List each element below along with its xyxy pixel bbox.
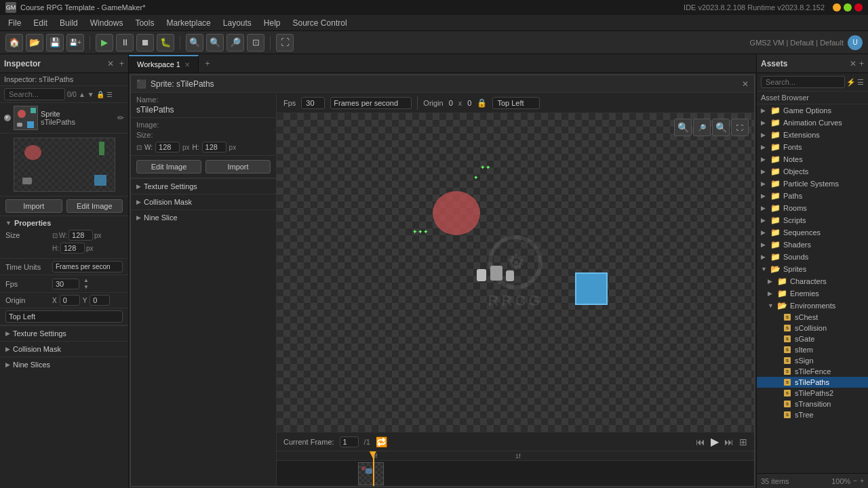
- tree-sSign[interactable]: ▶ s sSign: [757, 355, 868, 366]
- sprite-collapse-btn[interactable]: ▼: [4, 115, 11, 121]
- toolbar-run[interactable]: ▶: [96, 34, 113, 52]
- tree-sequences[interactable]: ▶ 📁 Sequences: [757, 226, 868, 239]
- toolbar-save[interactable]: 💾: [46, 34, 64, 52]
- tree-sGate[interactable]: ▶ s sGate: [757, 333, 868, 344]
- menu-tools[interactable]: Tools: [130, 17, 159, 29]
- se-anchor-select[interactable]: Top Left: [492, 97, 540, 109]
- workspace-tab[interactable]: Workspace 1 ✕: [129, 55, 199, 73]
- origin-preset-select[interactable]: Top Left: [5, 310, 123, 323]
- toolbar-pause[interactable]: ⏸: [116, 34, 134, 52]
- zoom-in-btn[interactable]: 🔍: [712, 119, 730, 136]
- zoom-fit-btn[interactable]: 🔎: [693, 119, 711, 136]
- toolbar-open[interactable]: 📂: [26, 34, 43, 52]
- tree-extensions[interactable]: ▶ 📁 Extensions: [757, 129, 868, 141]
- tree-enemies[interactable]: ▶ 📁 Enemies: [757, 287, 868, 300]
- se-import-btn[interactable]: Import: [205, 160, 271, 174]
- add-tab-btn[interactable]: +: [199, 55, 216, 73]
- menu-edit[interactable]: Edit: [28, 17, 53, 29]
- toolbar-save-all[interactable]: 💾+: [66, 34, 84, 52]
- menu-marketplace[interactable]: Marketplace: [161, 17, 216, 29]
- close-btn[interactable]: [854, 3, 863, 12]
- menu-build[interactable]: Build: [54, 17, 83, 29]
- menu-windows[interactable]: Windows: [85, 17, 129, 29]
- texture-settings-header[interactable]: ▶ Texture Settings: [0, 326, 128, 341]
- toolbar-zoom-out[interactable]: 🔍: [186, 34, 203, 52]
- user-avatar[interactable]: U: [848, 35, 863, 50]
- current-frame-input[interactable]: [340, 436, 359, 447]
- sprite-window-close[interactable]: ✕: [742, 79, 749, 89]
- toolbar-zoom-reset[interactable]: 🔎: [226, 34, 244, 52]
- fps-input[interactable]: [52, 279, 79, 289]
- tree-sTileFence[interactable]: ▶ s sTileFence: [757, 366, 868, 377]
- search-up-btn[interactable]: ▲: [79, 91, 85, 98]
- se-size-w[interactable]: [155, 142, 180, 152]
- search-settings-btn[interactable]: ☰: [106, 91, 113, 98]
- inspector-add-btn[interactable]: +: [119, 59, 124, 68]
- tree-game-options[interactable]: ▶ 📁 Game Options: [757, 104, 868, 117]
- inspector-search[interactable]: [4, 88, 65, 100]
- assets-close-btn[interactable]: ✕: [850, 59, 856, 68]
- se-size-h[interactable]: [202, 142, 226, 152]
- toolbar-home[interactable]: 🏠: [5, 34, 23, 52]
- toolbar-fullscreen[interactable]: ⛶: [276, 34, 294, 52]
- maximize-btn[interactable]: [844, 3, 852, 12]
- tree-sTilePaths[interactable]: ▶ s sTilePaths: [757, 377, 868, 388]
- asset-zoom-out-btn[interactable]: −: [853, 477, 857, 485]
- tree-sCollision[interactable]: ▶ s sCollision: [757, 323, 868, 333]
- zoom-fullscreen-btn[interactable]: ⛶: [731, 119, 749, 136]
- assets-filter-btn[interactable]: ⚡: [846, 78, 856, 87]
- tree-sTransition[interactable]: ▶ s sTransition: [757, 399, 868, 409]
- tl-play-btn[interactable]: ▶: [711, 435, 719, 448]
- loop-icon[interactable]: 🔁: [376, 436, 387, 447]
- tree-scripts[interactable]: ▶ 📁 Scripts: [757, 214, 868, 226]
- minimize-btn[interactable]: [833, 3, 841, 12]
- tree-sounds[interactable]: ▶ 📁 Sounds: [757, 251, 868, 263]
- se-fps-input[interactable]: [301, 97, 325, 109]
- origin-y-input[interactable]: [90, 295, 110, 306]
- menu-layouts[interactable]: Layouts: [218, 17, 257, 29]
- tree-notes[interactable]: ▶ 📁 Notes: [757, 153, 868, 165]
- menu-help[interactable]: Help: [258, 17, 286, 29]
- size-w-input[interactable]: [68, 230, 93, 241]
- tree-characters[interactable]: ▶ 📁 Characters: [757, 275, 868, 287]
- tl-first-btn[interactable]: ⏮: [696, 436, 705, 447]
- timeline-track[interactable]: 0f 1f: [277, 451, 754, 486]
- tree-sChest[interactable]: ▶ s sChest: [757, 312, 868, 323]
- se-edit-image-btn[interactable]: Edit Image: [136, 160, 201, 174]
- toolbar-zoom-fit[interactable]: ⊡: [247, 34, 264, 52]
- tree-shaders[interactable]: ▶ 📁 Shaders: [757, 239, 868, 251]
- fps-down-btn[interactable]: ▼: [83, 284, 89, 291]
- tree-rooms[interactable]: ▶ 📁 Rooms: [757, 202, 868, 214]
- nine-slices-header[interactable]: ▶ Nine Slices: [0, 357, 128, 372]
- se-fps-unit-select[interactable]: Frames per second: [330, 97, 412, 109]
- tree-sprites[interactable]: ▼ 📂 Sprites: [757, 263, 868, 275]
- tl-add-frame-btn[interactable]: ⊞: [739, 436, 747, 447]
- assets-add-btn[interactable]: +: [859, 59, 864, 68]
- zoom-out-btn[interactable]: 🔍: [674, 119, 692, 136]
- tree-paths[interactable]: ▶ 📁 Paths: [757, 190, 868, 202]
- tree-fonts[interactable]: ▶ 📁 Fonts: [757, 141, 868, 153]
- se-nine-slice-header[interactable]: ▶ Nine Slice: [131, 210, 276, 225]
- asset-zoom-in-btn[interactable]: +: [860, 477, 864, 485]
- size-h-input[interactable]: [60, 243, 85, 253]
- tree-sItem[interactable]: ▶ s sItem: [757, 344, 868, 355]
- menu-source-control[interactable]: Source Control: [288, 17, 353, 29]
- tree-objects[interactable]: ▶ 📁 Objects: [757, 165, 868, 178]
- se-collision-mask-header[interactable]: ▶ Collision Mask: [131, 195, 276, 209]
- assets-search-input[interactable]: [761, 76, 845, 88]
- tree-particle-systems[interactable]: ▶ 📁 Particle Systems: [757, 178, 868, 190]
- assets-sort-btn[interactable]: ☰: [857, 78, 864, 87]
- import-button[interactable]: Import: [5, 199, 62, 213]
- toolbar-stop[interactable]: ⏹: [136, 34, 154, 52]
- sprite-edit-icon[interactable]: ✏: [117, 113, 124, 123]
- toolbar-debug[interactable]: 🐛: [157, 34, 174, 52]
- tree-environments[interactable]: ▼ 📂 Environments: [757, 300, 868, 312]
- edit-image-button[interactable]: Edit Image: [66, 199, 123, 213]
- se-texture-settings-header[interactable]: ▶ Texture Settings: [131, 179, 276, 194]
- search-down-btn[interactable]: ▼: [87, 91, 94, 98]
- properties-header[interactable]: ▼ Properties: [5, 219, 123, 227]
- tree-animation-curves[interactable]: ▶ 📁 Animation Curves: [757, 117, 868, 129]
- time-units-select[interactable]: Frames per secon: [52, 261, 123, 272]
- fps-up-btn[interactable]: ▲: [83, 277, 89, 284]
- origin-x-input[interactable]: [60, 295, 80, 306]
